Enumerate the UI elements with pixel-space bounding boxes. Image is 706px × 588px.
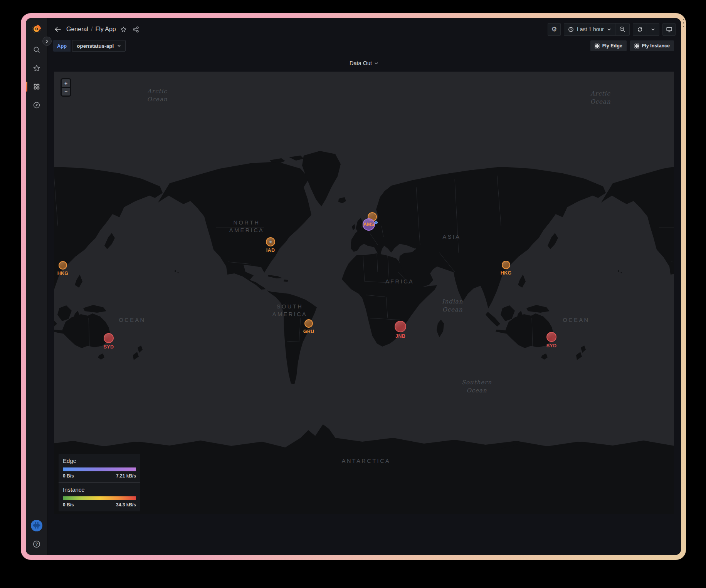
map-marker-gru[interactable]: GRU [304,319,313,328]
map-zoom-out-button[interactable]: − [62,88,70,95]
time-range-label: Last 1 hour [577,26,604,32]
legend-section-instance: Instance 0 B/s 34.3 kB/s [59,482,140,511]
legend-section-edge: Edge 0 B/s 7.21 kB/s [59,454,140,482]
map-marker-ams[interactable]: AMS [363,218,375,231]
monitor-icon [666,26,672,33]
grafana-logo-icon [31,23,42,35]
magnifier-minus-icon [619,26,625,32]
window-frame: ? General / Fly App [21,13,686,560]
main-area: General / Fly App [48,18,681,555]
title-actions [118,24,141,35]
apps-grid-icon [595,44,600,49]
map-marker[interactable] [375,221,378,224]
grafana-logo[interactable] [30,23,43,35]
top-nav: General / Fly App [48,18,681,37]
tv-mode-button[interactable] [662,23,676,36]
map-marker-syd[interactable]: SYD [104,333,114,343]
dashboard-settings-button[interactable]: ⚙ [548,23,561,36]
marker-center-dot [269,240,272,243]
refresh-interval-dropdown[interactable] [647,23,659,35]
refresh-button[interactable] [633,23,647,35]
screenshot-root: { "topnav": { "breadcrumb": {"root": "Ge… [0,0,706,588]
map-marker-hkg[interactable]: HKG [59,261,67,270]
nav-actions: ⚙ Last 1 hour [548,23,676,36]
sub-nav: App openstatus-api Fly [48,37,681,54]
zoom-out-time-button[interactable] [615,23,629,35]
avatar-icon [30,519,43,532]
active-indicator [26,82,27,92]
sidebar-item-explore[interactable] [27,96,46,114]
link-label: Fly Instance [642,43,670,49]
refresh-icon [637,27,643,32]
legend-min: 0 B/s [63,473,74,479]
svg-text:?: ? [35,542,38,546]
breadcrumb-root[interactable]: General [66,26,88,33]
breadcrumb: General / Fly App [66,26,116,33]
user-avatar[interactable] [30,519,43,533]
world-map [54,72,674,514]
dashboards-grid-icon [33,83,40,90]
sidebar-expand-button[interactable] [42,37,52,46]
variable-value: openstatus-api [77,43,114,49]
variable-name: App [53,40,71,52]
marker-label: AMS [363,222,375,227]
help-question-icon: ? [32,540,41,548]
sidebar: ? [26,18,48,555]
time-range-picker[interactable]: Last 1 hour [564,23,615,35]
star-outline-icon [120,26,127,33]
map-marker-iad[interactable]: IAD [266,237,275,246]
chevron-down-icon [651,27,655,32]
sidebar-bottom: ? [30,519,43,555]
gear-icon: ⚙ [551,26,557,33]
sidebar-item-dashboards[interactable] [27,77,46,96]
map-zoom-in-button[interactable]: + [62,79,70,87]
help-button[interactable]: ? [32,539,41,549]
chevron-down-icon [607,27,611,32]
sidebar-item-starred[interactable] [27,59,46,77]
compass-icon [33,101,40,109]
favorite-star-button[interactable] [118,24,129,35]
refresh-controls [633,23,659,36]
share-button[interactable] [131,24,141,35]
page-title[interactable]: Fly App [95,26,116,33]
map-zoom-controls: + − [61,78,71,97]
frame-drag-dots [683,19,684,27]
link-label: Fly Edge [602,43,622,49]
map-marker-hkg[interactable]: HKG [502,261,510,269]
map-marker-jnb[interactable]: JNB [395,321,406,332]
share-icon [133,26,139,33]
clock-icon [568,27,574,32]
apps-grid-icon [634,44,639,49]
grafana-app: ? General / Fly App [26,18,681,555]
legend-max: 7.21 kB/s [116,473,136,479]
legend-title: Instance [63,486,136,493]
arrow-left-icon [54,25,62,33]
link-fly-edge[interactable]: Fly Edge [590,40,627,51]
map-legend: Edge 0 B/s 7.21 kB/s Instance 0 B/s [59,454,140,511]
chevron-down-icon [374,61,378,65]
geomap[interactable]: + − Edge 0 B/s 7.21 kB/s [54,72,674,514]
dashboard-links: Fly Edge Fly Instance [590,40,674,51]
legend-gradient [63,467,136,471]
template-variable: App openstatus-api [53,40,126,52]
legend-min: 0 B/s [63,502,74,508]
panel-title: Data Out [350,60,372,66]
sidebar-items [27,40,46,114]
star-icon [33,64,40,72]
link-fly-instance[interactable]: Fly Instance [630,40,674,51]
search-icon [33,46,40,54]
panel-title-menu[interactable]: Data Out [54,54,674,72]
geomap-panel: Data Out [54,54,674,514]
legend-title: Edge [63,457,136,464]
time-controls: Last 1 hour [564,23,630,36]
variable-value-dropdown[interactable]: openstatus-api [72,40,126,52]
back-button[interactable] [52,23,64,35]
legend-max: 34.3 kB/s [116,502,136,508]
legend-gradient [63,496,136,500]
chevron-right-icon [45,40,49,43]
chevron-down-icon [117,44,121,48]
breadcrumb-separator: / [91,26,92,33]
map-marker-syd[interactable]: SYD [546,332,556,342]
